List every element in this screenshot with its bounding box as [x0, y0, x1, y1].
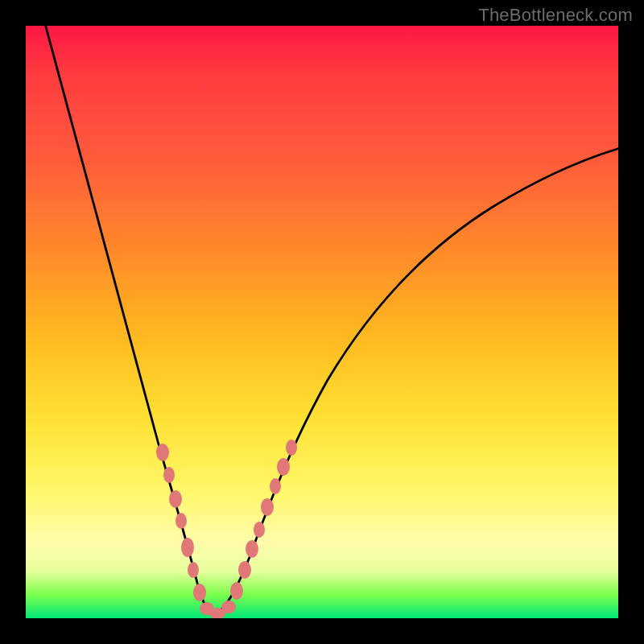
bead [175, 513, 187, 529]
bead [169, 490, 182, 508]
bead [230, 582, 243, 600]
chart-frame: TheBottleneck.com [0, 0, 644, 644]
bead [163, 467, 175, 483]
bead [221, 601, 236, 613]
bead [238, 561, 251, 579]
bead [261, 498, 274, 516]
curve-left-branch [43, 26, 215, 615]
bead [246, 540, 258, 558]
bead [286, 440, 297, 456]
bead [270, 478, 281, 494]
bead [277, 458, 290, 476]
bead [254, 522, 265, 538]
curve-overlay [26, 26, 618, 618]
watermark-text: TheBottleneck.com [478, 5, 633, 26]
bead [156, 444, 169, 461]
bead [193, 584, 206, 601]
plot-area [26, 26, 618, 618]
bead [188, 562, 199, 578]
bead [181, 538, 194, 557]
curve-right-branch [215, 147, 618, 615]
